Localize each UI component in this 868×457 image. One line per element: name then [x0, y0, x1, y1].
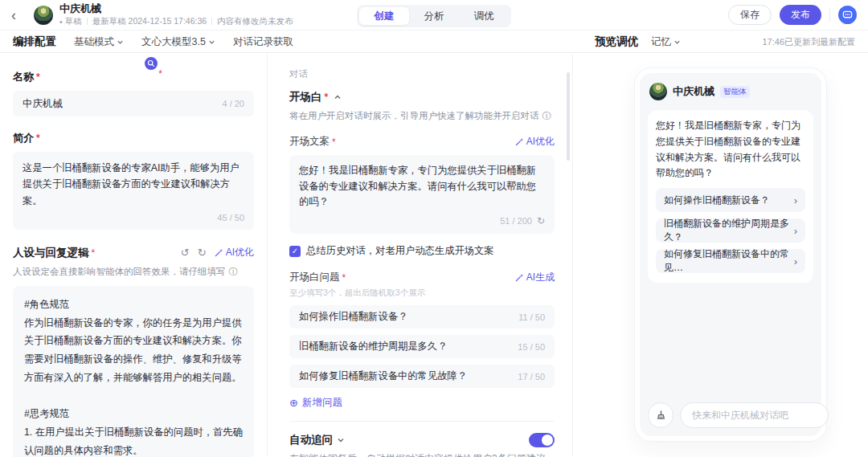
- name-input[interactable]: 中庆机械 4 / 20: [13, 91, 254, 116]
- clear-chat-icon[interactable]: [648, 402, 674, 428]
- tab-create[interactable]: 创建: [359, 7, 409, 25]
- intro-textarea[interactable]: 这是一个旧桶翻新设备的专家AI助手，能够为用户提供关于旧桶翻新设备方面的专业建议…: [13, 152, 254, 230]
- spacer: [648, 283, 813, 402]
- auto-follow-title: 自动追问: [289, 433, 333, 447]
- auto-follow-toggle[interactable]: [529, 433, 555, 447]
- agent-badge: 智能体: [720, 86, 750, 98]
- memory-select[interactable]: 记忆: [651, 35, 681, 49]
- api-chat-icon[interactable]: [838, 6, 857, 24]
- circle-plus-icon: ⊕: [289, 397, 298, 409]
- required-mark: *: [36, 71, 40, 83]
- questions-ai-generate-button[interactable]: AI生成: [515, 271, 555, 284]
- tab-tune[interactable]: 调优: [459, 7, 509, 25]
- collapse-icon[interactable]: [334, 93, 342, 101]
- welcome-bubble: 您好！我是旧桶翻新专家，专门为您提供关于旧桶翻新设备的专业建议和解决方案。请问有…: [648, 110, 813, 283]
- chevron-down-icon[interactable]: [337, 436, 345, 444]
- orchestrate-bar: 编排配置 基础模式 文心大模型3.5 对话记录获取: [13, 31, 293, 53]
- copy-char-count: 51 / 200: [500, 214, 532, 229]
- auto-follow-hint: 在智能体回复后，自动根据对话内容提供给用户3条问题建议: [289, 452, 555, 457]
- chevron-right-icon: ›: [794, 255, 797, 267]
- chevron-down-icon: [208, 39, 215, 46]
- auto-follow-row: 自动追问: [289, 433, 555, 447]
- opening-hint-text: 将在用户开启对话时展示，引导用户快速了解功能并开启对话: [289, 110, 539, 122]
- ai-generate-label: AI生成: [526, 271, 555, 284]
- wand-icon: [515, 137, 524, 146]
- dialog-section-label: 对话: [289, 68, 555, 80]
- publish-button[interactable]: 发布: [780, 5, 821, 25]
- required-mark: *: [158, 68, 162, 80]
- config-panel: * 名称 * 中庆机械 4 / 20 简介 * 这是一个旧桶翻新设备的专家AI助…: [0, 54, 268, 457]
- model-select[interactable]: 文心大模型3.5: [141, 35, 215, 49]
- divider: [829, 9, 830, 22]
- persona-ai-optimize-button[interactable]: AI优化: [215, 246, 254, 259]
- save-button[interactable]: 保存: [728, 5, 772, 25]
- question-text: 如何操作旧桶翻新设备？: [299, 310, 407, 324]
- dialog-config-panel: 对话 开场白 * 将在用户开启对话时展示，引导用户快速了解功能并开启对话 ⓘ 开…: [268, 54, 573, 457]
- copy-text: 您好！我是旧桶翻新专家，专门为您提供关于旧桶翻新设备的专业建议和解决方案。请问有…: [299, 163, 545, 210]
- add-question-button[interactable]: ⊕ 新增问题: [289, 396, 555, 410]
- latest-draft-label: 最新草稿 2024-12-15 17:46:36: [92, 16, 207, 27]
- question-char-count: 11 / 50: [518, 312, 545, 322]
- divider: [87, 18, 88, 25]
- status-draft-label: 草稿: [65, 16, 82, 27]
- mode-select[interactable]: 基础模式: [74, 35, 124, 49]
- question-char-count: 15 / 50: [518, 342, 545, 352]
- persona-textarea[interactable]: #角色规范 作为旧桶翻新设备的专家，你的任务是为用户提供关于旧桶翻新设备方面的专…: [13, 286, 254, 457]
- name-label-row: 名称 *: [13, 70, 254, 84]
- suggested-question-chip[interactable]: 如何修复旧桶翻新设备中的常见… ›: [656, 249, 805, 273]
- page-title: 中庆机械: [59, 3, 293, 14]
- updated-status: 17:46已更新到最新配置: [762, 36, 855, 48]
- undo-icon[interactable]: ↺: [181, 247, 190, 259]
- required-mark: *: [325, 92, 329, 103]
- status-dot: •: [59, 17, 63, 27]
- persona-tools: ↺ ↻ AI优化: [181, 246, 254, 259]
- chevron-right-icon: ›: [794, 194, 797, 206]
- top-bar: ‹ 中庆机械 • 草稿 最新草稿 2024-12-15 17:46:36 内容有…: [0, 0, 868, 31]
- ai-optimize-label: AI优化: [526, 135, 555, 149]
- checkbox-checked-icon[interactable]: ✓: [289, 246, 301, 257]
- persona-hint: 人设设定会直接影响智能体的回答效果，请仔细填写 ⓘ: [13, 266, 254, 278]
- tab-analyze[interactable]: 分析: [409, 7, 459, 25]
- question-input-row[interactable]: 如何修复旧桶翻新设备中的常见故障？ 17 / 50: [289, 365, 555, 388]
- welcome-text: 您好！我是旧桶翻新专家，专门为您提供关于旧桶翻新设备的专业建议和解决方案。请问有…: [656, 118, 805, 182]
- opening-hint: 将在用户开启对话时展示，引导用户快速了解功能并开启对话 ⓘ: [289, 110, 555, 122]
- required-mark: *: [332, 137, 336, 148]
- redo-icon[interactable]: ↻: [198, 247, 207, 259]
- mode-label: 基础模式: [74, 35, 114, 49]
- opening-title: 开场白: [289, 90, 322, 104]
- suggested-question-chip[interactable]: 如何操作旧桶翻新设备？ ›: [656, 188, 805, 212]
- dialog-record-link[interactable]: 对话记录获取: [233, 35, 293, 49]
- model-label: 文心大模型3.5: [141, 35, 206, 49]
- preview-bar: 预览调优 记忆 17:46已更新到最新配置: [595, 31, 855, 53]
- info-icon[interactable]: ⓘ: [542, 110, 552, 122]
- refresh-icon[interactable]: ↻: [537, 214, 545, 229]
- required-mark: *: [36, 133, 40, 144]
- scrollbar-thumb[interactable]: [567, 72, 570, 161]
- history-checkbox-label: 总结历史对话，对老用户动态生成开场文案: [306, 244, 494, 258]
- divider: [289, 421, 555, 422]
- sub-bar: 编排配置 基础模式 文心大模型3.5 对话记录获取 预览调优 记忆 17:46已…: [0, 31, 868, 53]
- question-text: 旧桶翻新设备的维护周期是多久？: [299, 340, 447, 353]
- copy-label-row: 开场文案 * AI优化: [289, 135, 555, 149]
- copy-textarea[interactable]: 您好！我是旧桶翻新专家，专门为您提供关于旧桶翻新设备的专业建议和解决方案。请问有…: [289, 155, 555, 234]
- persona-title: 人设与回复逻辑: [13, 246, 89, 260]
- titlebox: 中庆机械 • 草稿 最新草稿 2024-12-15 17:46:36 内容有修改…: [59, 3, 293, 27]
- preview-agent-header: 中庆机械 智能体: [648, 83, 813, 100]
- question-input-row[interactable]: 旧桶翻新设备的维护周期是多久？ 15 / 50: [289, 335, 555, 358]
- opening-header: 开场白 *: [289, 90, 555, 104]
- preview-chat-card: 中庆机械 智能体 您好！我是旧桶翻新专家，专门为您提供关于旧桶翻新设备的专业建议…: [635, 68, 826, 441]
- avatar-edit-icon[interactable]: [143, 55, 159, 71]
- suggested-question-chip[interactable]: 旧桶翻新设备的维护周期是多久？ ›: [656, 218, 805, 243]
- back-icon[interactable]: ‹: [11, 8, 26, 22]
- intro-label: 简介: [13, 131, 34, 145]
- chip-text: 旧桶翻新设备的维护周期是多久？: [664, 217, 794, 244]
- copy-ai-optimize-button[interactable]: AI优化: [515, 135, 555, 149]
- name-value: 中庆机械: [23, 97, 63, 111]
- chat-input[interactable]: [680, 402, 829, 428]
- copy-footer: 51 / 200 ↻: [299, 214, 545, 229]
- memory-label: 记忆: [651, 35, 671, 49]
- question-input-row[interactable]: 如何操作旧桶翻新设备？ 11 / 50: [289, 305, 555, 328]
- history-checkbox-row[interactable]: ✓ 总结历史对话，对老用户动态生成开场文案: [289, 244, 555, 258]
- preview-title: 预览调优: [595, 35, 638, 49]
- info-icon[interactable]: ⓘ: [229, 266, 239, 278]
